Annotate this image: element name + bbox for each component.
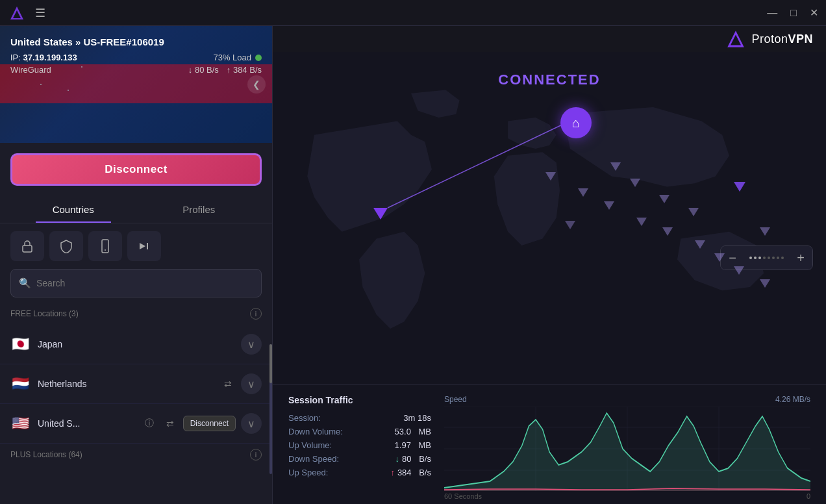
us-info-icon[interactable]: ⓘ — [142, 416, 157, 431]
speed-info: ↓ 80 B/s ↑ 384 B/s — [188, 65, 262, 75]
map-area: CONNECTED — [273, 52, 826, 384]
plus-locations-info[interactable]: i — [250, 449, 262, 460]
up-arrow-icon: ↑ — [390, 468, 395, 477]
home-icon: ⌂ — [572, 116, 580, 131]
zoom-dot-7 — [777, 257, 779, 259]
us-actions: ⓘ ⇄ Disconnect ∨ — [142, 413, 262, 434]
connection-header: United States » US-FREE#106019 IP: 37.19… — [0, 26, 272, 143]
disconnect-section: Disconnect — [0, 143, 272, 196]
us-flag: 🇺🇸 — [10, 415, 30, 432]
vpn-node-7 — [662, 227, 673, 236]
us-refresh-icon[interactable]: ⇄ — [162, 416, 178, 431]
plus-locations-header: PLUS Locations (64) i — [0, 444, 272, 466]
japan-chevron[interactable]: ∨ — [241, 334, 262, 355]
down-arrow-icon: ↓ — [395, 454, 400, 464]
zoom-dot-8 — [781, 257, 784, 259]
proton-logo-icon — [725, 29, 746, 49]
us-disconnect-button[interactable]: Disconnect — [183, 416, 236, 431]
chart-footer: 60 Seconds 0 — [444, 492, 810, 500]
stats-left: Session Traffic Session: 3m 18s Down Vol… — [288, 395, 431, 494]
chart-end-time: 0 — [807, 492, 810, 500]
zoom-dot-5 — [768, 257, 770, 259]
netherlands-refresh-icon[interactable]: ⇄ — [220, 376, 236, 392]
filter-skip-button[interactable] — [127, 231, 161, 261]
connected-label: CONNECTED — [498, 71, 600, 88]
filter-phone-button[interactable] — [88, 231, 122, 261]
vpn-node-15 — [610, 162, 621, 171]
disconnect-button[interactable]: Disconnect — [10, 153, 262, 186]
search-box: 🔍 — [10, 269, 262, 297]
scrollbar[interactable] — [269, 344, 272, 474]
main-layout: United States » US-FREE#106019 IP: 37.19… — [0, 26, 826, 504]
zoom-slider — [744, 257, 789, 259]
search-input[interactable] — [36, 278, 253, 288]
session-label: Session: — [288, 413, 321, 423]
collapse-button[interactable]: ❮ — [247, 75, 266, 94]
chart-speed-label: Speed — [444, 395, 467, 404]
up-speed-value: ↑ 384 B/s — [390, 468, 431, 477]
vpn-node-10 — [714, 253, 725, 262]
filter-shield-button[interactable] — [49, 231, 83, 261]
free-locations-header: FREE Locations (3) i — [0, 303, 272, 325]
title-bar-left: ☰ — [8, 4, 45, 22]
stat-down-speed: Down Speed: ↓ 80 B/s — [288, 454, 431, 464]
home-marker: ⌂ — [560, 107, 592, 138]
close-button[interactable]: ✕ — [810, 6, 818, 19]
minimize-button[interactable]: — — [767, 7, 777, 19]
window-controls: — □ ✕ — [767, 6, 818, 19]
down-volume-value: 53.0 MB — [395, 427, 431, 436]
zoom-dot-6 — [772, 257, 775, 259]
protocol-row: WireGuard ↓ 80 B/s ↑ 384 B/s — [10, 65, 262, 75]
vpn-node-2 — [578, 188, 588, 197]
vpn-node-8 — [688, 208, 699, 216]
zoom-dot-3 — [758, 257, 761, 259]
hamburger-menu[interactable]: ☰ — [35, 6, 45, 20]
tab-countries[interactable]: Countries — [10, 196, 136, 223]
chart-header: Speed 4.26 MB/s — [444, 395, 810, 404]
vpn-node-5 — [659, 195, 670, 203]
country-item-japan[interactable]: 🇯🇵 Japan ∨ — [0, 325, 272, 364]
zoom-dot-2 — [754, 257, 757, 259]
speed-down: ↓ 80 B/s — [188, 65, 219, 75]
stat-down-volume: Down Volume: 53.0 MB — [288, 427, 431, 436]
netherlands-actions: ⇄ ∨ — [220, 373, 262, 394]
free-locations-info[interactable]: i — [250, 308, 262, 320]
filter-lock-button[interactable] — [10, 231, 44, 261]
netherlands-chevron[interactable]: ∨ — [241, 373, 262, 394]
maximize-button[interactable]: □ — [790, 7, 797, 19]
zoom-in-button[interactable]: + — [789, 246, 812, 270]
search-icon: 🔍 — [19, 277, 31, 289]
netherlands-name: Netherlands — [38, 379, 212, 389]
scrollbar-thumb — [269, 344, 272, 383]
country-item-netherlands[interactable]: 🇳🇱 Netherlands ⇄ ∨ — [0, 364, 272, 404]
us-name: United S... — [38, 418, 134, 429]
chart-max-speed: 4.26 MB/s — [775, 395, 810, 404]
stats-title: Session Traffic — [288, 395, 431, 405]
svg-rect-5 — [147, 243, 148, 249]
chart-svg — [444, 407, 810, 491]
load-indicator — [255, 55, 262, 61]
tab-profiles[interactable]: Profiles — [136, 196, 262, 223]
stat-up-speed: Up Speed: ↑ 384 B/s — [288, 468, 431, 477]
vpn-node-9 — [695, 240, 705, 249]
us-chevron[interactable]: ∨ — [241, 413, 262, 434]
stats-panel: Session Traffic Session: 3m 18s Down Vol… — [273, 384, 826, 504]
japan-flag: 🇯🇵 — [10, 336, 30, 353]
up-volume-value: 1.97 MB — [395, 440, 431, 450]
load-info: 73% Load — [213, 53, 262, 62]
zoom-dot-1 — [749, 257, 752, 259]
left-panel: United States » US-FREE#106019 IP: 37.19… — [0, 26, 273, 504]
protocol-name: WireGuard — [10, 65, 51, 75]
country-item-us[interactable]: 🇺🇸 United S... ⓘ ⇄ Disconnect ∨ — [0, 404, 272, 444]
vpn-node-13 — [760, 227, 770, 236]
ip-address: IP: 37.19.199.133 — [10, 53, 77, 62]
vpn-node-14 — [734, 182, 745, 192]
netherlands-flag: 🇳🇱 — [10, 375, 30, 392]
connection-info: United States » US-FREE#106019 IP: 37.19… — [0, 26, 272, 75]
us-node-active — [373, 208, 388, 220]
vpn-node-1 — [545, 172, 556, 181]
location-list: FREE Locations (3) i 🇯🇵 Japan ∨ 🇳🇱 Nethe… — [0, 303, 272, 504]
svg-rect-2 — [23, 246, 32, 252]
world-map-svg — [273, 52, 826, 384]
chart-start-time: 60 Seconds — [444, 492, 482, 500]
